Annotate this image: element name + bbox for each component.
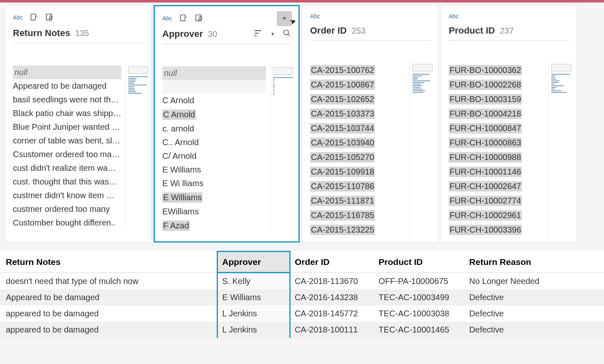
list-item[interactable]: Black patio chair was shipp… — [13, 107, 121, 120]
mini-bar — [273, 77, 293, 78]
mini-bar — [128, 81, 135, 82]
list-item[interactable]: FUR-BO-10000362 — [449, 63, 544, 78]
column-header-product-id[interactable]: Product ID — [374, 252, 465, 273]
column-header-approver[interactable]: Approver — [218, 252, 290, 273]
list-item[interactable]: CA-2015-100762 — [310, 63, 406, 78]
list-item[interactable]: E Williams — [162, 163, 266, 177]
list-item[interactable]: Csustomer ordered too ma… — [13, 148, 121, 161]
list-item[interactable]: C/ Arnold — [162, 149, 266, 163]
list-item[interactable]: CA-2015-105270 — [310, 150, 406, 165]
item-text: FUR-BO-10000362 — [449, 65, 522, 75]
list-item[interactable]: FUR-CH-10003396 — [449, 223, 544, 237]
column-header-return-notes[interactable]: Return Notes — [0, 252, 218, 273]
recommendation-icon[interactable] — [29, 13, 39, 22]
list-item[interactable]: CA-2015-103373 — [310, 107, 406, 121]
list-item[interactable]: FUR-CH-10000988 — [449, 150, 544, 165]
profile-cards-container: Abc Return Notes 135 null Appeared to be… — [0, 2, 604, 248]
profile-card-return-notes[interactable]: Abc Return Notes 135 null Appeared to be… — [5, 5, 151, 243]
cell: S. Kelly — [218, 273, 290, 290]
mini-distribution-chart — [270, 66, 291, 233]
list-item[interactable]: Blue Point Juniper wanted … — [13, 120, 121, 134]
sort-icon[interactable] — [254, 30, 263, 38]
list-item[interactable]: FUR-BO-10003159 — [449, 92, 544, 107]
list-item[interactable]: custmer didn't know item … — [13, 189, 121, 202]
profile-card-approver[interactable]: ➤ Abc Approver 30 ▼ — [154, 5, 300, 243]
list-item[interactable]: basil seedlings were not th… — [13, 93, 121, 107]
item-text: CA-2015-110786 — [310, 181, 375, 192]
mini-bar — [128, 93, 142, 94]
list-item[interactable]: CA-2015-110786 — [310, 179, 406, 194]
cell: CA-2016-143238 — [290, 289, 374, 306]
mini-bar — [273, 94, 274, 95]
type-badge-abc: Abc — [310, 13, 320, 19]
table-row[interactable]: Appeared to be damaged E Williams CA-201… — [0, 289, 604, 306]
card-value-list: CA-2015-100762 CA-2015-100867 CA-2015-10… — [310, 63, 406, 237]
list-item[interactable]: cust didn't realize item wa… — [13, 161, 121, 175]
list-item[interactable]: CA-2015-100867 — [310, 78, 406, 92]
list-item[interactable]: F Azad — [162, 218, 266, 233]
search-icon[interactable] — [283, 29, 291, 39]
list-item[interactable]: C Arnold — [162, 107, 266, 122]
item-text: CA-2015-103744 — [310, 123, 375, 133]
list-item[interactable]: E Wi lliams — [162, 177, 266, 190]
profile-card-product-id[interactable]: Abc Product ID 237 FUR-BO-10000362 FUR-B… — [441, 5, 577, 243]
cell: Defective — [465, 289, 604, 306]
list-item[interactable]: E Williams — [162, 190, 266, 205]
column-header-return-reason[interactable]: Return Reason — [465, 252, 604, 273]
list-item[interactable]: Customber bought differen.. — [13, 216, 121, 230]
data-grid: Return Notes Approver Order ID Product I… — [0, 251, 604, 338]
list-item[interactable]: FUR-BO-10002268 — [449, 78, 544, 92]
column-header-order-id[interactable]: Order ID — [290, 252, 374, 273]
mini-bar — [551, 87, 556, 88]
list-item[interactable]: FUR-CH-10002774 — [449, 194, 544, 208]
mini-chart-frame — [128, 66, 148, 74]
card-title-row: Return Notes 135 — [13, 28, 143, 43]
list-item[interactable]: FUR-CH-10001146 — [449, 165, 544, 179]
list-item[interactable]: CA-2015-116785 — [310, 208, 406, 223]
mini-chart-frame — [551, 64, 571, 71]
list-item[interactable]: CA-2015-103940 — [310, 136, 406, 150]
list-item[interactable]: CA-2015-102652 — [310, 92, 406, 107]
list-item[interactable]: custmer ordered too many — [13, 202, 121, 216]
list-item[interactable]: C Arnold — [162, 94, 266, 107]
card-count: 253 — [352, 26, 365, 36]
card-type-row: Abc — [449, 13, 569, 19]
list-item[interactable]: CA-2015-109918 — [310, 165, 406, 179]
recommendation-icon[interactable] — [179, 14, 188, 23]
list-item[interactable]: corner of table was bent, sl… — [13, 134, 121, 148]
list-null-item[interactable]: null — [162, 66, 266, 80]
mini-bar — [273, 92, 274, 93]
edit-icon[interactable] — [45, 13, 54, 22]
list-item[interactable]: FUR-CH-10000863 — [449, 136, 544, 150]
list-item[interactable]: c. arnold — [162, 122, 266, 136]
mini-bar — [551, 89, 555, 90]
table-row[interactable]: appeared to be damaged L Jenkins CA-2018… — [0, 306, 604, 322]
card-body: null Appeared to be damaged basil seedli… — [13, 66, 143, 230]
mini-bar — [413, 79, 418, 80]
table-row[interactable]: doesn't need that type of mulch now S. K… — [0, 273, 604, 290]
edit-icon[interactable] — [195, 14, 204, 23]
list-item[interactable]: CA-2015-103744 — [310, 121, 406, 136]
item-text: F Azad — [162, 221, 190, 231]
list-item[interactable]: FUR-CH-10002961 — [449, 208, 544, 223]
list-item[interactable]: cust. thought that this was… — [13, 175, 121, 189]
list-item[interactable]: CA-2015-111871 — [310, 194, 406, 208]
list-item[interactable]: C.. Arnold — [162, 136, 266, 149]
list-null-item[interactable]: null — [13, 66, 121, 79]
mini-bar — [273, 79, 275, 80]
list-item[interactable]: FUR-CH-10000847 — [449, 121, 544, 136]
list-blank-item[interactable] — [162, 80, 266, 94]
list-item[interactable]: FUR-BO-10004218 — [449, 107, 544, 121]
card-title: Return Notes — [13, 28, 70, 39]
table-row[interactable]: appeared to be damaged L Jenkins CA-2018… — [0, 322, 604, 338]
list-item[interactable]: Appeared to be damaged — [13, 79, 121, 93]
list-item[interactable]: CA-2015-123225 — [310, 223, 406, 237]
cell: E Williams — [218, 289, 290, 306]
card-controls: ▼ — [254, 29, 291, 39]
card-body: null C Arnold C Arnold c. arnold C.. Arn… — [162, 66, 291, 233]
chevron-down-icon[interactable]: ▼ — [270, 31, 275, 37]
list-item[interactable]: FUR-CH-10002647 — [449, 179, 544, 194]
mini-bar — [273, 80, 274, 81]
profile-card-order-id[interactable]: Abc Order ID 253 CA-2015-100762 CA-2015-… — [302, 5, 438, 243]
list-item[interactable]: EWilliams — [162, 205, 266, 218]
